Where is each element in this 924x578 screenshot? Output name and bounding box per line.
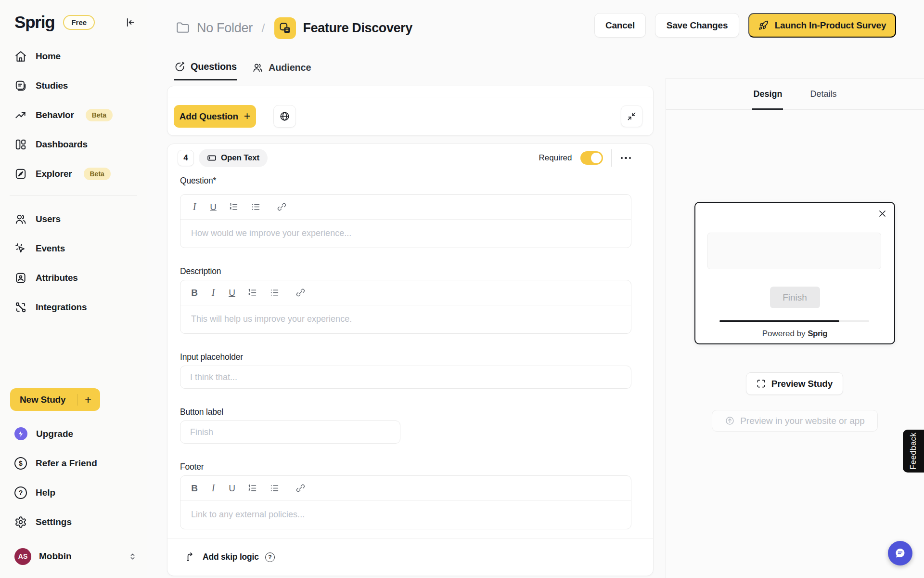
panel-tabs: Design Details: [666, 79, 924, 110]
underline-button[interactable]: U: [210, 202, 217, 212]
question-type-label: Open Text: [221, 153, 259, 163]
description-field-label: Description: [180, 266, 221, 276]
add-skip-logic-button[interactable]: Add skip logic: [203, 552, 259, 562]
description-text-area[interactable]: This will help us improve your experienc…: [191, 314, 352, 324]
cancel-button[interactable]: Cancel: [594, 13, 646, 38]
powered-by: Powered by Sprig: [695, 329, 894, 339]
panel-collapse-icon: [125, 17, 136, 28]
sidebar-item-users[interactable]: Users: [0, 204, 147, 234]
button-label-field[interactable]: [180, 420, 400, 444]
sidebar-item-dashboards[interactable]: Dashboards: [0, 130, 147, 159]
preview-in-website-button[interactable]: Preview in your website or app: [712, 410, 878, 432]
skip-logic-help-icon[interactable]: ?: [265, 552, 275, 562]
link-button[interactable]: [295, 288, 306, 298]
sidebar-item-attributes[interactable]: Attributes: [0, 263, 147, 292]
bullet-list-button[interactable]: [270, 483, 280, 493]
save-changes-button[interactable]: Save Changes: [655, 13, 739, 38]
required-toggle[interactable]: [580, 151, 603, 165]
question-text-area[interactable]: How would we improve your experience...: [191, 228, 351, 238]
launch-survey-label: Launch In-Product Survey: [775, 20, 886, 31]
sidebar-item-behavior[interactable]: Behavior Beta: [0, 100, 147, 130]
preview-answer-textarea[interactable]: [707, 233, 881, 269]
input-placeholder-field[interactable]: [180, 366, 631, 389]
italic-button[interactable]: I: [210, 287, 217, 298]
skip-logic-row: Add skip logic ?: [186, 538, 275, 576]
footer-field-label: Footer: [180, 462, 204, 472]
explorer-icon: [14, 168, 27, 180]
pencil-circle-icon: [174, 61, 185, 72]
new-study-button[interactable]: New Study +: [10, 388, 100, 411]
breadcrumb: No Folder / Feature Discovery: [176, 16, 412, 39]
question-menu-button[interactable]: [620, 154, 632, 162]
dollar-icon: $: [14, 457, 27, 470]
add-question-button[interactable]: Add Question +: [174, 105, 256, 128]
sidebar-item-home[interactable]: Home: [0, 41, 147, 71]
question-type-pill[interactable]: Open Text: [199, 149, 268, 167]
close-icon[interactable]: [878, 209, 887, 218]
new-study-label: New Study: [20, 394, 65, 405]
chat-widget-button[interactable]: [888, 541, 912, 565]
bold-button[interactable]: B: [191, 483, 198, 494]
preview-study-button[interactable]: Preview Study: [746, 372, 843, 395]
bullet-list-button[interactable]: [251, 202, 261, 212]
sidebar-item-label: Home: [36, 51, 61, 62]
italic-button[interactable]: I: [191, 201, 198, 212]
sidebar-item-label: Settings: [36, 517, 72, 527]
sidebar-item-label: Attributes: [36, 273, 78, 283]
sidebar-item-studies[interactable]: Studies: [0, 71, 147, 100]
sidebar-item-settings[interactable]: Settings: [0, 507, 147, 537]
sidebar-item-upgrade[interactable]: Upgrade: [0, 419, 147, 448]
design-panel: Design Details Finish Powered by Sprig P…: [666, 78, 924, 578]
description-editor: B I U This will help us improve your exp…: [180, 280, 631, 334]
sidebar-item-integrations[interactable]: Integrations: [0, 292, 147, 322]
gear-icon: [14, 516, 27, 528]
required-label: Required: [539, 153, 572, 163]
sidebar-item-label: Users: [36, 214, 61, 224]
underline-button[interactable]: U: [229, 483, 235, 494]
sidebar-item-label: Upgrade: [36, 429, 73, 439]
tab-design[interactable]: Design: [752, 79, 783, 109]
collapse-questions-button[interactable]: [621, 105, 642, 127]
header-actions: Cancel Save Changes Launch In-Product Su…: [594, 13, 896, 38]
underline-button[interactable]: U: [229, 288, 235, 298]
preview-finish-button[interactable]: Finish: [770, 287, 820, 308]
account-switcher[interactable]: AS Mobbin: [14, 543, 137, 569]
rocket-icon: [758, 20, 769, 30]
sidebar-item-events[interactable]: Events: [0, 234, 147, 263]
divider: [611, 149, 612, 167]
page-title: Feature Discovery: [303, 21, 412, 36]
breadcrumb-folder[interactable]: No Folder: [197, 21, 253, 36]
sidebar-collapse-button[interactable]: [124, 16, 136, 28]
sidebar-item-label: Explorer: [36, 169, 72, 179]
link-button[interactable]: [295, 483, 306, 493]
tab-details[interactable]: Details: [809, 79, 837, 109]
sidebar-item-explorer[interactable]: Explorer Beta: [0, 159, 147, 188]
bold-button[interactable]: B: [191, 288, 198, 298]
feedback-tab[interactable]: Feedback: [903, 430, 924, 473]
sidebar-item-label: Behavior: [36, 110, 74, 120]
users-icon: [14, 213, 27, 225]
bullet-list-button[interactable]: [270, 288, 280, 298]
fullscreen-icon: [757, 379, 766, 388]
open-text-icon: [207, 153, 217, 163]
launch-survey-button[interactable]: Launch In-Product Survey: [748, 13, 896, 38]
study-tabs: Questions Audience: [174, 61, 311, 80]
ordered-list-button[interactable]: [229, 202, 239, 212]
language-button[interactable]: [273, 105, 296, 128]
preview-study-label: Preview Study: [771, 379, 833, 389]
sidebar-item-label: Integrations: [36, 302, 87, 313]
sidebar-item-help[interactable]: ? Help: [0, 478, 147, 507]
italic-button[interactable]: I: [210, 483, 217, 494]
tab-questions[interactable]: Questions: [174, 61, 237, 80]
footer-text-area[interactable]: Link to any external policies...: [191, 510, 305, 519]
ordered-list-button[interactable]: [247, 288, 257, 298]
plus-icon: +: [85, 394, 91, 406]
sidebar-item-refer[interactable]: $ Refer a Friend: [0, 448, 147, 478]
toggle-knob: [591, 153, 602, 163]
rich-text-toolbar: B I U: [180, 280, 631, 305]
link-button[interactable]: [277, 202, 287, 212]
ordered-list-button[interactable]: [247, 483, 257, 493]
sidebar-item-label: Events: [36, 243, 65, 254]
tab-audience[interactable]: Audience: [252, 61, 311, 80]
chat-bubble-icon: [894, 547, 907, 560]
